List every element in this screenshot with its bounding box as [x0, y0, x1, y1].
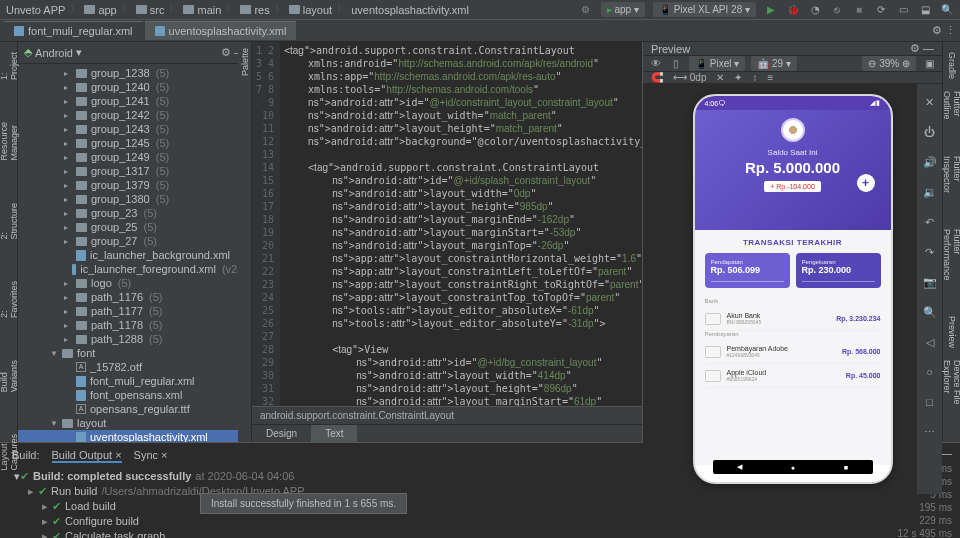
- preview-settings-icon[interactable]: ⚙: [910, 42, 920, 54]
- breadcrumb-segment[interactable]: app: [84, 4, 116, 16]
- zoom-level[interactable]: ⊖ 39% ⊕: [862, 56, 916, 71]
- tree-item[interactable]: ▸group_27(5): [18, 234, 251, 248]
- tool-tab[interactable]: Flutter Outline: [940, 85, 961, 150]
- run-icon[interactable]: ▶: [764, 3, 778, 17]
- tree-item[interactable]: A_15782.otf: [18, 360, 251, 374]
- tool-tab[interactable]: 1: Project: [0, 46, 21, 86]
- build-icon[interactable]: ⚙: [579, 3, 593, 17]
- fit-icon[interactable]: ▣: [922, 57, 936, 71]
- editor-tab[interactable]: font_muli_regular.xml: [4, 21, 143, 40]
- tab-text[interactable]: Text: [311, 425, 357, 442]
- clear-icon[interactable]: ✕: [716, 72, 724, 83]
- breadcrumb-segment[interactable]: main: [183, 4, 221, 16]
- tree-item[interactable]: Aopensans_regular.ttf: [18, 402, 251, 416]
- editor-tab[interactable]: uventosplashactivity.xml: [145, 21, 297, 40]
- sync-icon[interactable]: ⟳: [874, 3, 888, 17]
- tree-item[interactable]: font_opensans.xml: [18, 388, 251, 402]
- run-config-device[interactable]: 📱 Pixel XL API 28 ▾: [653, 2, 756, 17]
- tree-item[interactable]: ▸path_1176(5): [18, 290, 251, 304]
- close-icon[interactable]: ✕: [922, 94, 938, 110]
- volume-down-icon[interactable]: 🔉: [922, 184, 938, 200]
- api-select[interactable]: 🤖 29 ▾: [751, 56, 797, 71]
- magnet-icon[interactable]: 🧲: [651, 72, 663, 83]
- tree-item[interactable]: ▸group_1379(5): [18, 178, 251, 192]
- tool-tab[interactable]: Flutter Performance: [940, 223, 961, 310]
- tool-tab[interactable]: Preview: [945, 310, 959, 354]
- tool-tab[interactable]: Device File Explorer: [940, 354, 961, 442]
- infer-icon[interactable]: ✦: [734, 72, 742, 83]
- home-icon[interactable]: ○: [922, 364, 938, 380]
- list-item[interactable]: Apple iCloud#9585199624Rp. 45.000: [705, 364, 881, 388]
- tree-item[interactable]: ▸group_25(5): [18, 220, 251, 234]
- align-icon[interactable]: ≡: [767, 72, 773, 83]
- margin-default[interactable]: ⟷ 0dp: [673, 72, 706, 83]
- tree-item[interactable]: ▸group_1317(5): [18, 164, 251, 178]
- tree-item[interactable]: ▸group_23(5): [18, 206, 251, 220]
- editor-tabs-settings[interactable]: ⚙ ⋮: [932, 24, 956, 37]
- zoom-icon[interactable]: 🔍: [922, 304, 938, 320]
- palette-tab[interactable]: Palette: [238, 42, 252, 82]
- tree-item[interactable]: ▼layout: [18, 416, 251, 430]
- breadcrumb-segment[interactable]: layout: [289, 4, 332, 16]
- tool-tab[interactable]: Resource Manager: [0, 116, 21, 167]
- tab-design[interactable]: Design: [252, 425, 311, 442]
- list-item[interactable]: Akun BankBNI 886295645Rp. 3.230.234: [705, 307, 881, 331]
- tree-item[interactable]: ▸group_1245(5): [18, 136, 251, 150]
- tree-item[interactable]: ▸group_1241(5): [18, 94, 251, 108]
- volume-up-icon[interactable]: 🔊: [922, 154, 938, 170]
- tree-item[interactable]: ▸group_1243(5): [18, 122, 251, 136]
- tree-item[interactable]: ▸group_1249(5): [18, 150, 251, 164]
- tool-tab[interactable]: Layout Captures: [0, 428, 21, 477]
- tool-tab[interactable]: Flutter Inspector: [940, 150, 961, 223]
- debug-icon[interactable]: 🐞: [786, 3, 800, 17]
- tree-item[interactable]: ▸logo(5): [18, 276, 251, 290]
- sdk-icon[interactable]: ⬓: [918, 3, 932, 17]
- recents-icon[interactable]: □: [922, 394, 938, 410]
- list-item[interactable]: Pembayaran Adobe#12496893045Rp. 568.000: [705, 340, 881, 364]
- stop-icon[interactable]: ■: [852, 3, 866, 17]
- code-area[interactable]: <tag">android.support.constraint.Constra…: [280, 42, 642, 406]
- tree-item[interactable]: font_muli_regular.xml: [18, 374, 251, 388]
- tree-item[interactable]: uventosplashactivity.xml: [18, 430, 251, 442]
- camera-icon[interactable]: 📷: [922, 274, 938, 290]
- tree-item[interactable]: ▸path_1178(5): [18, 318, 251, 332]
- pack-icon[interactable]: ↕: [752, 72, 757, 83]
- breadcrumb-segment[interactable]: uventosplashactivity.xml: [351, 4, 469, 16]
- profile-icon[interactable]: ◔: [808, 3, 822, 17]
- tree-item[interactable]: ▸group_1238(5): [18, 66, 251, 80]
- attach-icon[interactable]: ⎋: [830, 3, 844, 17]
- tree-item[interactable]: ▸group_1242(5): [18, 108, 251, 122]
- back-icon[interactable]: ◁: [922, 334, 938, 350]
- project-header[interactable]: ⬘ Android ▾ ⚙ —: [18, 42, 251, 64]
- tool-tab[interactable]: 2: Favorites: [0, 275, 21, 324]
- more-icon[interactable]: ⋯: [922, 424, 938, 440]
- project-tree[interactable]: ▸group_1238(5)▸group_1240(5)▸group_1241(…: [18, 64, 251, 442]
- tree-item[interactable]: ic_launcher_background.xml: [18, 248, 251, 262]
- add-button[interactable]: +: [857, 174, 875, 192]
- rotate-left-icon[interactable]: ↶: [922, 214, 938, 230]
- avd-icon[interactable]: ▭: [896, 3, 910, 17]
- breadcrumb-segment[interactable]: Unveto APP: [6, 4, 65, 16]
- run-config-module[interactable]: ▸ app ▾: [601, 2, 645, 17]
- tree-item[interactable]: ▸path_1177(5): [18, 304, 251, 318]
- sync-tab[interactable]: Sync ×: [134, 449, 168, 463]
- editor-breadcrumb[interactable]: android.support.constraint.ConstraintLay…: [252, 406, 642, 424]
- tree-item[interactable]: ▸group_1240(5): [18, 80, 251, 94]
- tree-item[interactable]: ▸path_1288(5): [18, 332, 251, 346]
- build-output-tab[interactable]: Build Output ×: [52, 449, 122, 463]
- eye-icon[interactable]: 👁: [649, 57, 663, 71]
- breadcrumb-segment[interactable]: res: [240, 4, 269, 16]
- orientation-icon[interactable]: ▯: [669, 57, 683, 71]
- breadcrumb-segment[interactable]: src: [136, 4, 165, 16]
- tree-item[interactable]: ic_launcher_foreground.xml(v24): [18, 262, 251, 276]
- code-editor[interactable]: 1 2 3 4 5 6 7 8 9 10 11 12 13 14 15 16 1…: [252, 42, 642, 442]
- device-select[interactable]: 📱 Pixel ▾: [689, 56, 745, 71]
- tool-tab[interactable]: Build Variants: [0, 354, 21, 398]
- tool-tab[interactable]: Gradle: [945, 46, 959, 85]
- search-icon[interactable]: 🔍: [940, 3, 954, 17]
- preview-hide-icon[interactable]: —: [923, 42, 934, 54]
- tool-tab[interactable]: 2: Structure: [0, 197, 21, 246]
- tree-item[interactable]: ▼font: [18, 346, 251, 360]
- rotate-right-icon[interactable]: ↷: [922, 244, 938, 260]
- tree-item[interactable]: ▸group_1380(5): [18, 192, 251, 206]
